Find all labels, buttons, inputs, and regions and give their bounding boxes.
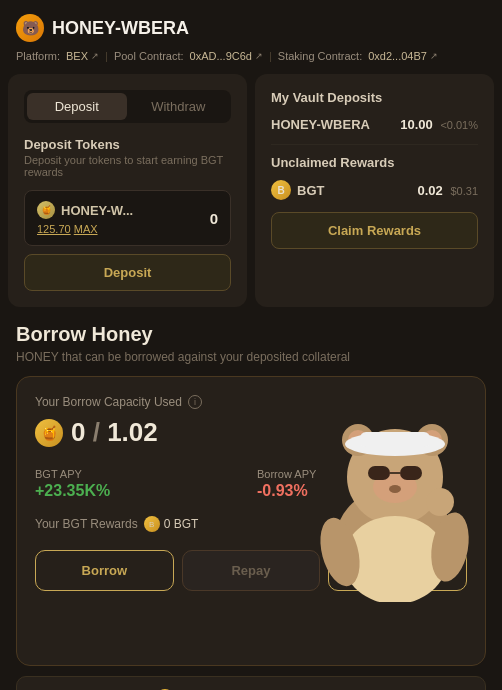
bgt-apy-label: BGT APY bbox=[35, 468, 245, 480]
reward-row: B BGT 0.02 $0.31 bbox=[271, 180, 478, 200]
external-link-icon: ↗ bbox=[91, 51, 99, 61]
borrow-section: Borrow Honey HONEY that can be borrowed … bbox=[0, 307, 502, 666]
info-icon[interactable]: i bbox=[188, 395, 202, 409]
external-link-icon-2: ↗ bbox=[255, 51, 263, 61]
vault-row: HONEY-WBERA 10.00 <0.01% bbox=[271, 117, 478, 132]
reward-left: B BGT bbox=[271, 180, 324, 200]
bgt-icon: B bbox=[271, 180, 291, 200]
no-rewards-bar: B No Claimable BGT Rewards bbox=[16, 676, 486, 690]
token-balance: 125.70 MAX bbox=[37, 223, 133, 235]
deposit-panel: Deposit Withdraw Deposit Tokens Deposit … bbox=[8, 74, 247, 307]
svg-point-12 bbox=[389, 485, 401, 493]
vault-token-name: HONEY-WBERA bbox=[271, 117, 370, 132]
vault-primary-amount: 10.00 bbox=[400, 117, 433, 132]
max-button[interactable]: MAX bbox=[74, 223, 98, 235]
pool-label: Pool Contract: bbox=[114, 50, 184, 62]
vault-panel: My Vault Deposits HONEY-WBERA 10.00 <0.0… bbox=[255, 74, 494, 307]
tab-deposit[interactable]: Deposit bbox=[27, 93, 127, 120]
honey-icon: 🍯 bbox=[35, 419, 63, 447]
token-amount: 0 bbox=[210, 210, 218, 227]
token-small-icon: 🍯 bbox=[37, 201, 55, 219]
staking-label: Staking Contract: bbox=[278, 50, 362, 62]
meta-bar: Platform: BEX ↗ | Pool Contract: 0xAD...… bbox=[0, 50, 502, 74]
vault-secondary-amount: <0.01% bbox=[440, 119, 478, 131]
token-label: 🍯 HONEY-W... bbox=[37, 201, 133, 219]
capacity-label: Your Borrow Capacity Used bbox=[35, 395, 182, 409]
reward-token: BGT bbox=[297, 183, 324, 198]
vault-amounts: 10.00 <0.01% bbox=[400, 117, 478, 132]
svg-rect-7 bbox=[360, 432, 430, 447]
unclaimed-title: Unclaimed Rewards bbox=[271, 155, 478, 170]
deposit-subtitle: Deposit your tokens to start earning BGT… bbox=[24, 154, 231, 178]
vault-title: My Vault Deposits bbox=[271, 90, 478, 105]
reward-amount: 0.02 bbox=[418, 183, 443, 198]
repay-button: Repay bbox=[182, 550, 321, 591]
borrow-subtitle: HONEY that can be borrowed against your … bbox=[16, 350, 486, 364]
deposit-button[interactable]: Deposit bbox=[24, 254, 231, 291]
bgt-apy: BGT APY +23.35K% bbox=[35, 468, 245, 500]
svg-rect-10 bbox=[400, 466, 422, 480]
token-icon: 🐻 bbox=[16, 14, 44, 42]
bgt-small-icon: B bbox=[144, 516, 160, 532]
staking-link[interactable]: 0xd2...04B7 ↗ bbox=[368, 50, 438, 62]
pool-link[interactable]: 0xAD...9C6d ↗ bbox=[190, 50, 263, 62]
token-input-box: 🍯 HONEY-W... 125.70 MAX 0 bbox=[24, 190, 231, 246]
reward-amounts: 0.02 $0.31 bbox=[418, 183, 478, 198]
claim-rewards-button[interactable]: Claim Rewards bbox=[271, 212, 478, 249]
svg-point-16 bbox=[426, 488, 454, 516]
page-title: HONEY-WBERA bbox=[52, 18, 189, 39]
top-bar: 🐻 HONEY-WBERA bbox=[0, 0, 502, 50]
borrow-title: Borrow Honey bbox=[16, 323, 486, 346]
tab-group: Deposit Withdraw bbox=[24, 90, 231, 123]
main-grid: Deposit Withdraw Deposit Tokens Deposit … bbox=[0, 74, 502, 307]
external-link-icon-3: ↗ bbox=[430, 51, 438, 61]
rewards-label: Your BGT Rewards bbox=[35, 517, 138, 531]
bear-illustration bbox=[305, 387, 485, 607]
platform-label: Platform: bbox=[16, 50, 60, 62]
reward-usd: $0.31 bbox=[450, 185, 478, 197]
platform-link[interactable]: BEX ↗ bbox=[66, 50, 99, 62]
tab-withdraw[interactable]: Withdraw bbox=[129, 93, 229, 120]
deposit-title: Deposit Tokens bbox=[24, 137, 231, 152]
bgt-apy-value: +23.35K% bbox=[35, 482, 245, 500]
borrow-card: Your Borrow Capacity Used i 🍯 0 / 1.02 B… bbox=[16, 376, 486, 666]
capacity-nums: 0 / 1.02 bbox=[71, 417, 158, 448]
divider bbox=[271, 144, 478, 145]
rewards-value: B 0 BGT bbox=[144, 516, 199, 532]
borrow-button[interactable]: Borrow bbox=[35, 550, 174, 591]
svg-rect-9 bbox=[368, 466, 390, 480]
